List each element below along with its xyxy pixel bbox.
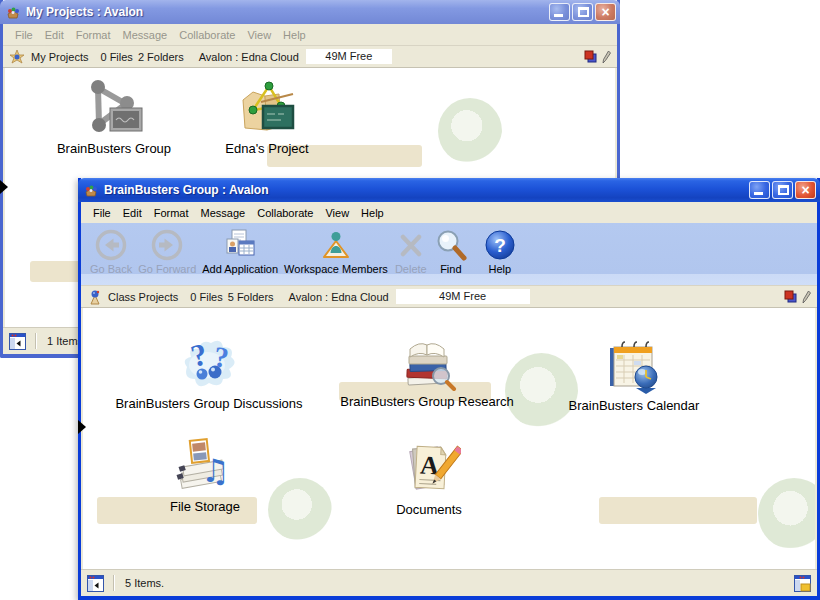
close-icon: × — [801, 183, 809, 197]
menu-bar: File Edit Format Message Collaborate Vie… — [3, 24, 617, 45]
item-label: BrainBusters Group Discussions — [99, 396, 319, 411]
project-folder-icon — [235, 80, 299, 138]
menu-view[interactable]: View — [319, 207, 355, 219]
layers-icon[interactable] — [584, 50, 597, 63]
item-discussions[interactable]: ? ? BrainBusters Group Discussions — [99, 333, 319, 411]
menu-file[interactable]: File — [87, 207, 117, 219]
info-bar: Class Projects 0 Files 5 Folders Avalon … — [81, 285, 817, 308]
menu-format[interactable]: Format — [148, 207, 195, 219]
maximize-icon — [578, 7, 589, 17]
files-count: 0 Files — [100, 51, 132, 63]
watermark-band — [599, 497, 757, 524]
location-label: My Projects — [31, 51, 88, 63]
find-icon — [434, 228, 468, 262]
menu-message[interactable]: Message — [117, 29, 174, 41]
watermark-circle — [438, 98, 502, 164]
minimize-button[interactable] — [549, 3, 570, 21]
panel-grid-icon[interactable] — [794, 575, 811, 592]
delete-button: Delete — [392, 228, 430, 275]
go-forward-button: Go Forward — [136, 228, 198, 275]
research-books-icon — [395, 333, 459, 391]
close-button[interactable]: × — [595, 3, 616, 21]
window-title: BrainBusters Group : Avalon — [104, 183, 747, 197]
panel-left-icon[interactable] — [9, 333, 26, 350]
button-label: Workspace Members — [284, 263, 388, 275]
button-label: Find — [440, 263, 461, 275]
button-label: Delete — [395, 263, 427, 275]
location-label: Class Projects — [108, 291, 178, 303]
item-label: BrainBusters Group Research — [317, 394, 537, 409]
item-label: BrainBusters Calendar — [524, 398, 744, 413]
close-icon: × — [601, 5, 609, 19]
svg-text:♫: ♫ — [201, 452, 230, 490]
window-brainbusters-group: BrainBusters Group : Avalon × File Edit … — [78, 178, 820, 600]
help-button[interactable]: ? Help — [481, 228, 519, 275]
workspace-location-icon — [87, 289, 102, 305]
menu-collaborate[interactable]: Collaborate — [173, 29, 241, 41]
menu-bar: File Edit Format Message Collaborate Vie… — [81, 202, 817, 223]
status-bar: 5 Items. — [81, 569, 817, 596]
free-space-indicator: 49M Free — [396, 289, 530, 304]
minimize-button[interactable] — [749, 181, 770, 199]
info-bar: My Projects 0 Files 2 Folders Avalon : E… — [3, 45, 617, 68]
cloud-label: Avalon : Edna Cloud — [289, 291, 389, 303]
button-label: Add Application — [202, 263, 278, 275]
workspace-location-icon — [9, 49, 25, 65]
pane-toggle-arrow[interactable] — [78, 420, 86, 434]
delete-icon — [394, 228, 428, 262]
go-back-icon — [94, 228, 128, 262]
pane-toggle-arrow[interactable] — [0, 180, 8, 194]
add-application-button[interactable]: Add Application — [200, 228, 280, 275]
menu-message[interactable]: Message — [195, 207, 252, 219]
maximize-button[interactable] — [772, 181, 793, 199]
add-application-icon — [223, 228, 257, 262]
item-ednas-project[interactable]: Edna's Project — [167, 80, 367, 156]
pencil-icon[interactable] — [802, 290, 811, 304]
menu-view[interactable]: View — [241, 29, 277, 41]
item-label: Documents — [319, 502, 539, 517]
menu-help[interactable]: Help — [277, 29, 312, 41]
item-label: Edna's Project — [167, 141, 367, 156]
workspace-members-button[interactable]: Workspace Members — [282, 228, 390, 275]
layers-icon[interactable] — [784, 290, 797, 303]
maximize-button[interactable] — [572, 3, 593, 21]
menu-edit[interactable]: Edit — [39, 29, 70, 41]
cloud-label: Avalon : Edna Cloud — [199, 51, 299, 63]
pencil-icon[interactable] — [602, 50, 611, 64]
avalon-app-icon — [83, 182, 99, 198]
documents-icon: A — [397, 439, 461, 499]
workspace-members-icon — [319, 228, 353, 262]
maximize-icon — [778, 185, 789, 195]
menu-file[interactable]: File — [9, 29, 39, 41]
toolbar: Go Back Go Forward Ad — [81, 223, 817, 285]
folders-count: 5 Folders — [228, 291, 274, 303]
find-button[interactable]: Find — [432, 228, 470, 275]
item-label: File Storage — [95, 499, 315, 514]
menu-format[interactable]: Format — [70, 29, 117, 41]
free-space-indicator: 49M Free — [306, 49, 392, 64]
menu-edit[interactable]: Edit — [117, 207, 148, 219]
button-label: Go Forward — [138, 263, 196, 275]
calendar-icon — [602, 335, 666, 395]
close-button[interactable]: × — [795, 181, 816, 199]
watermark-circle — [758, 478, 817, 550]
menu-help[interactable]: Help — [355, 207, 390, 219]
discussions-icon: ? ? — [177, 333, 241, 393]
file-storage-icon: ♫ — [173, 436, 237, 496]
status-item-count: 5 Items. — [125, 577, 164, 589]
item-file-storage[interactable]: ♫ File Storage — [95, 436, 315, 514]
menu-collaborate[interactable]: Collaborate — [251, 207, 319, 219]
svg-text:?: ? — [494, 235, 506, 256]
titlebar-brainbusters[interactable]: BrainBusters Group : Avalon × — [78, 178, 820, 202]
minimize-icon — [554, 14, 563, 17]
button-label: Go Back — [90, 263, 132, 275]
item-documents[interactable]: A Documents — [319, 439, 539, 517]
minimize-icon — [754, 192, 763, 195]
item-calendar[interactable]: BrainBusters Calendar — [524, 335, 744, 413]
folders-count: 2 Folders — [138, 51, 184, 63]
files-count: 0 Files — [190, 291, 222, 303]
item-research[interactable]: BrainBusters Group Research — [317, 333, 537, 409]
titlebar-my-projects[interactable]: My Projects : Avalon × — [0, 0, 620, 24]
go-back-button: Go Back — [88, 228, 134, 275]
panel-left-icon[interactable] — [87, 575, 104, 592]
